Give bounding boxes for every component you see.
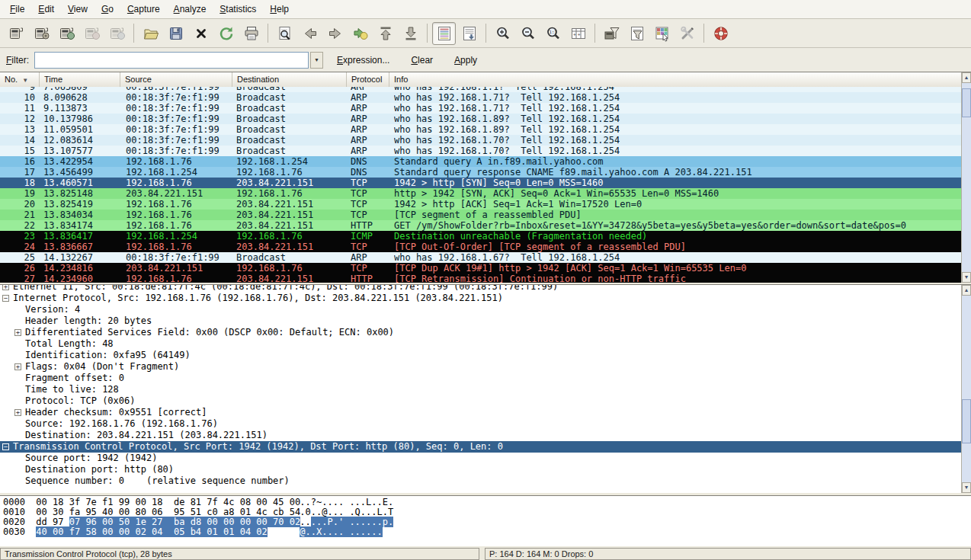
- detail-line[interactable]: Source port: 1942 (1942): [0, 453, 961, 464]
- detail-line[interactable]: Time to live: 128: [0, 384, 961, 395]
- scroll-down-icon[interactable]: ▼: [962, 272, 971, 283]
- packet-list-header: No.▼TimeSourceDestinationProtocolInfo: [0, 72, 961, 88]
- goto-bottom-icon[interactable]: [399, 22, 422, 45]
- display-filter-icon[interactable]: [625, 22, 649, 45]
- expand-icon[interactable]: +: [2, 285, 9, 290]
- filter-dropdown-button[interactable]: ▼: [310, 52, 323, 69]
- detail-line[interactable]: Destination port: http (80): [0, 464, 961, 475]
- print-icon[interactable]: [239, 22, 263, 45]
- packet-row-27[interactable]: 2714.234960192.168.1.76203.84.221.151HTT…: [0, 274, 961, 283]
- interfaces-icon[interactable]: [5, 22, 28, 45]
- column-header-info[interactable]: Info: [389, 72, 961, 87]
- expand-icon[interactable]: +: [14, 409, 21, 416]
- coloring-rules-icon[interactable]: [650, 22, 674, 45]
- scrollbar-thumb[interactable]: [962, 399, 971, 443]
- detail-line[interactable]: +Flags: 0x04 (Don't Fragment): [0, 361, 961, 373]
- hex-line-0030[interactable]: 0030 40 00 f7 58 00 00 02 04 05 b4 01 01…: [0, 527, 971, 537]
- packet-row-11[interactable]: 119.11387300:18:3f:7e:f1:99BroadcastARPw…: [0, 103, 961, 114]
- column-header-time[interactable]: Time: [40, 72, 120, 87]
- packet-row-18[interactable]: 1813.460571192.168.1.76203.84.221.151TCP…: [0, 178, 961, 188]
- detail-line[interactable]: +Differentiated Services Field: 0x00 (DS…: [0, 327, 961, 338]
- detail-line[interactable]: Protocol: TCP (0x06): [0, 395, 961, 407]
- expand-icon[interactable]: +: [14, 329, 21, 336]
- reload-icon[interactable]: [214, 22, 238, 45]
- filter-input[interactable]: [34, 52, 309, 69]
- collapse-icon[interactable]: −: [2, 443, 9, 450]
- zoom-out-icon[interactable]: [516, 22, 540, 45]
- detail-line[interactable]: Identification: 0xfa95 (64149): [0, 350, 961, 361]
- cell-dst: Broadcast: [236, 114, 286, 124]
- scrollbar-thumb[interactable]: [962, 88, 971, 117]
- help-icon[interactable]: [709, 22, 732, 45]
- column-header-destination[interactable]: Destination: [232, 72, 347, 87]
- packet-row-12[interactable]: 1210.13798600:18:3f:7e:f1:99BroadcastARP…: [0, 114, 961, 124]
- menu-analyze[interactable]: Analyze: [167, 1, 213, 18]
- packet-row-15[interactable]: 1513.10757700:18:3f:7e:f1:99BroadcastARP…: [0, 146, 961, 156]
- detail-line[interactable]: Sequence number: 0 (relative sequence nu…: [0, 475, 961, 487]
- menu-file[interactable]: File: [3, 1, 31, 18]
- packet-row-23[interactable]: 2313.836417192.168.1.254192.168.1.76ICMP…: [0, 231, 961, 242]
- collapse-icon[interactable]: −: [2, 295, 9, 302]
- open-icon[interactable]: [139, 22, 162, 45]
- scroll-up-icon[interactable]: ▲: [962, 285, 971, 296]
- column-header-protocol[interactable]: Protocol: [347, 72, 389, 87]
- column-header-source[interactable]: Source: [120, 72, 232, 87]
- detail-line[interactable]: Fragment offset: 0: [0, 373, 961, 384]
- colorize-icon[interactable]: [432, 22, 456, 45]
- packet-row-17[interactable]: 1713.456499192.168.1.254192.168.1.76DNSS…: [0, 167, 961, 178]
- forward-icon[interactable]: [323, 22, 347, 45]
- packet-row-13[interactable]: 1311.05950100:18:3f:7e:f1:99BroadcastARP…: [0, 124, 961, 135]
- capture-start-icon[interactable]: [55, 22, 79, 45]
- menu-view[interactable]: View: [61, 1, 95, 18]
- zoom-actual-icon[interactable]: 1:1: [541, 22, 565, 45]
- detail-line[interactable]: Header length: 20 bytes: [0, 315, 961, 327]
- packet-row-21[interactable]: 2113.834034192.168.1.76203.84.221.151TCP…: [0, 210, 961, 220]
- menu-go[interactable]: Go: [95, 1, 120, 18]
- goto-top-icon[interactable]: [373, 22, 397, 45]
- menu-help[interactable]: Help: [263, 1, 296, 18]
- save-icon[interactable]: [164, 22, 187, 45]
- packet-row-9[interactable]: 97.06580900:18:3f:7e:f1:99BroadcastARPwh…: [0, 87, 961, 92]
- packet-row-14[interactable]: 1412.08361400:18:3f:7e:f1:99BroadcastARP…: [0, 135, 961, 146]
- packet-row-20[interactable]: 2013.825419192.168.1.76203.84.221.151TCP…: [0, 199, 961, 210]
- scroll-down-icon[interactable]: ▼: [962, 482, 971, 493]
- packet-row-24[interactable]: 2413.836667192.168.1.76203.84.221.151TCP…: [0, 242, 961, 252]
- packet-row-16[interactable]: 1613.422954192.168.1.76192.168.1.254DNSS…: [0, 156, 961, 167]
- scroll-up-icon[interactable]: ▲: [962, 72, 971, 83]
- detail-line[interactable]: +Header checksum: 0x9551 [correct]: [0, 407, 961, 418]
- detail-line[interactable]: Destination: 203.84.221.151 (203.84.221.…: [0, 430, 961, 441]
- menu-capture[interactable]: Capture: [120, 1, 167, 18]
- detail-line[interactable]: Source: 192.168.1.76 (192.168.1.76): [0, 418, 961, 430]
- packet-row-10[interactable]: 108.09062800:18:3f:7e:f1:99BroadcastARPw…: [0, 92, 961, 103]
- preferences-icon[interactable]: [675, 22, 699, 45]
- capture-options-icon[interactable]: [30, 22, 53, 45]
- cell-info: http > 1942 [SYN, ACK] Seq=0 Ack=1 Win=6…: [394, 188, 960, 199]
- column-header-no[interactable]: No.▼: [0, 72, 40, 87]
- close-icon[interactable]: [189, 22, 213, 45]
- autoscroll-icon[interactable]: [457, 22, 481, 45]
- detail-line[interactable]: −Transmission Control Protocol, Src Port…: [0, 441, 961, 453]
- expression-button[interactable]: Expression...: [334, 53, 393, 67]
- packet-row-22[interactable]: 2213.834174192.168.1.76203.84.221.151HTT…: [0, 220, 961, 231]
- expand-icon[interactable]: +: [14, 363, 21, 370]
- packet-row-19[interactable]: 1913.825148203.84.221.151192.168.1.76TCP…: [0, 188, 961, 199]
- find-icon[interactable]: [273, 22, 296, 45]
- detail-line[interactable]: −Internet Protocol, Src: 192.168.1.76 (1…: [0, 293, 961, 304]
- goto-packet-icon[interactable]: [348, 22, 372, 45]
- back-icon[interactable]: [298, 22, 322, 45]
- cell-no: 19: [0, 188, 35, 199]
- details-scrollbar[interactable]: ▲ ▼: [961, 285, 971, 493]
- packet-row-25[interactable]: 2514.13226700:18:3f:7e:f1:99BroadcastARP…: [0, 252, 961, 263]
- clear-button[interactable]: Clear: [408, 53, 436, 67]
- packet-list-scrollbar[interactable]: ▲ ▼: [961, 72, 971, 283]
- detail-line[interactable]: +Ethernet II, Src: 00:18:de:81:7f:4c (00…: [0, 285, 961, 293]
- zoom-in-icon[interactable]: [491, 22, 514, 45]
- detail-line[interactable]: Total Length: 48: [0, 338, 961, 350]
- detail-line[interactable]: Version: 4: [0, 304, 961, 315]
- apply-button[interactable]: Apply: [451, 53, 480, 67]
- capture-filter-icon[interactable]: [600, 22, 623, 45]
- menu-edit[interactable]: Edit: [31, 1, 61, 18]
- menu-statistics[interactable]: Statistics: [213, 1, 263, 18]
- resize-columns-icon[interactable]: ++: [566, 22, 590, 45]
- packet-row-26[interactable]: 2614.234816203.84.221.151192.168.1.76TCP…: [0, 263, 961, 274]
